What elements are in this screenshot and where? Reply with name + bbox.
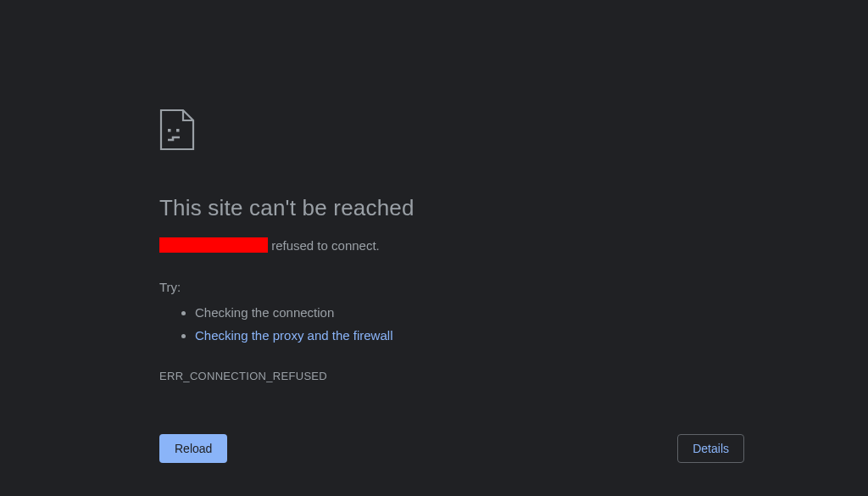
reload-button[interactable]: Reload (159, 434, 227, 463)
error-message: refused to connect. (159, 237, 744, 256)
suggestion-text: Checking the connection (195, 305, 334, 320)
list-item: Checking the proxy and the firewall (195, 324, 744, 348)
error-message-suffix: refused to connect. (268, 238, 380, 253)
proxy-firewall-link[interactable]: Checking the proxy and the firewall (195, 328, 392, 343)
button-row: Reload Details (159, 434, 744, 463)
details-button[interactable]: Details (677, 434, 744, 463)
error-page-content: This site can't be reached refused to co… (159, 109, 744, 382)
svg-rect-0 (168, 129, 171, 132)
redacted-host (159, 237, 268, 253)
error-heading: This site can't be reached (159, 195, 744, 221)
list-item: Checking the connection (195, 301, 744, 325)
svg-rect-1 (176, 129, 180, 132)
error-code: ERR_CONNECTION_REFUSED (159, 370, 744, 382)
sad-page-icon (159, 109, 744, 154)
suggestion-list: Checking the connection Checking the pro… (195, 301, 744, 348)
try-label: Try: (159, 280, 744, 294)
